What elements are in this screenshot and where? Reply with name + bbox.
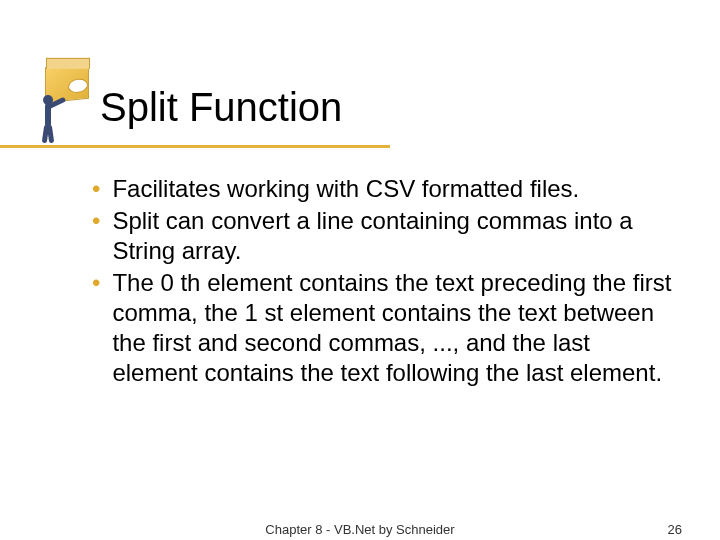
bullet-icon: •: [92, 206, 100, 236]
bullet-text: Facilitates working with CSV formatted f…: [112, 174, 680, 204]
logo-figure-box: [35, 65, 100, 145]
bullet-icon: •: [92, 174, 100, 204]
bullet-icon: •: [92, 268, 100, 298]
bullet-text: The 0 th element contains the text prece…: [112, 268, 680, 388]
bullet-item: • Facilitates working with CSV formatted…: [92, 174, 680, 204]
bullet-list: • Facilitates working with CSV formatted…: [92, 174, 680, 390]
bullet-text: Split can convert a line containing comm…: [112, 206, 680, 266]
page-number: 26: [668, 522, 682, 537]
bullet-item: • Split can convert a line containing co…: [92, 206, 680, 266]
title-underline: [0, 145, 390, 148]
footer-center: Chapter 8 - VB.Net by Schneider: [0, 522, 720, 537]
slide: Split Function • Facilitates working wit…: [0, 0, 720, 540]
slide-title: Split Function: [100, 85, 342, 130]
bullet-item: • The 0 th element contains the text pre…: [92, 268, 680, 388]
